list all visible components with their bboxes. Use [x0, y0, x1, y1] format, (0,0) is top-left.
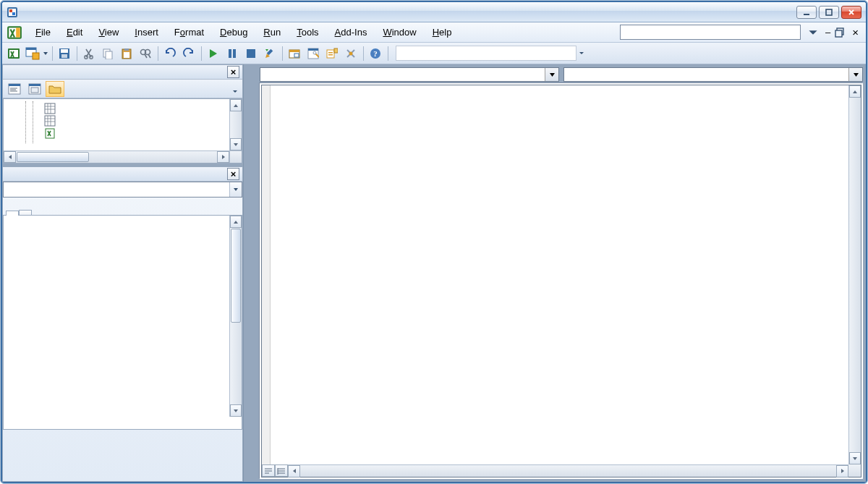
redo-icon[interactable]: [180, 45, 197, 62]
editor-vscrollbar[interactable]: [848, 85, 861, 464]
svg-text:?: ?: [373, 49, 378, 58]
svg-rect-29: [233, 49, 236, 58]
tree-hscrollbar[interactable]: [4, 150, 229, 163]
find-icon[interactable]: [137, 45, 154, 62]
line-col-indicator: [396, 46, 576, 61]
minimize-button[interactable]: [796, 6, 817, 19]
menu-help[interactable]: Help: [425, 25, 459, 40]
properties-tabs: [3, 200, 242, 216]
pane-toolbar-overflow-icon[interactable]: [230, 81, 240, 97]
help-dropdown-icon[interactable]: [808, 27, 818, 38]
tab-categorized[interactable]: [19, 210, 32, 215]
object-combo[interactable]: [260, 67, 559, 82]
dropdown-icon[interactable]: [848, 68, 862, 81]
worksheet-icon: [44, 115, 56, 127]
svg-rect-51: [45, 116, 55, 126]
tree-item[interactable]: [44, 102, 226, 114]
dropdown-icon[interactable]: [43, 47, 48, 60]
svg-rect-2: [9, 9, 12, 12]
svg-rect-5: [826, 9, 832, 15]
code-text[interactable]: [271, 85, 848, 464]
svg-rect-30: [247, 49, 255, 58]
project-explorer-icon[interactable]: [286, 45, 303, 62]
menu-tools[interactable]: Tools: [289, 25, 326, 40]
copy-icon[interactable]: [99, 45, 116, 62]
project-tree[interactable]: [3, 98, 242, 164]
svg-rect-46: [9, 84, 20, 86]
toolbar-overflow-icon[interactable]: [578, 45, 585, 62]
title-bar: [2, 2, 866, 22]
app-icon: [7, 7, 18, 18]
procedure-view-icon[interactable]: [262, 464, 275, 477]
help-search-input[interactable]: [620, 25, 801, 40]
break-icon[interactable]: [224, 45, 241, 62]
editor-hscrollbar[interactable]: [262, 464, 848, 477]
object-selector-combo[interactable]: [3, 182, 242, 198]
properties-window-icon[interactable]: [305, 45, 322, 62]
paste-icon[interactable]: [118, 45, 135, 62]
mdi-minimize-button[interactable]: –: [822, 27, 833, 38]
properties-grid[interactable]: [3, 216, 242, 430]
svg-rect-10: [835, 30, 842, 37]
mdi-close-button[interactable]: ×: [852, 26, 859, 38]
help-icon[interactable]: ?: [367, 45, 384, 62]
undo-icon[interactable]: [161, 45, 179, 62]
mdi-restore-button[interactable]: [835, 27, 845, 38]
full-module-view-icon[interactable]: [275, 464, 288, 477]
tree-item[interactable]: [44, 127, 226, 139]
menu-debug[interactable]: Debug: [213, 25, 255, 40]
tree-item[interactable]: [44, 114, 226, 127]
svg-rect-14: [26, 48, 36, 50]
menu-file[interactable]: File: [28, 25, 58, 40]
menu-view[interactable]: View: [91, 25, 126, 40]
menu-window[interactable]: Window: [375, 25, 423, 40]
project-pane-close-button[interactable]: ×: [227, 66, 239, 78]
toolbox-icon[interactable]: [342, 45, 359, 62]
svg-point-37: [313, 51, 316, 54]
view-object-icon[interactable]: [25, 81, 44, 97]
svg-rect-41: [328, 54, 333, 56]
worksheet-icon: [44, 103, 56, 114]
code-editor[interactable]: [261, 85, 861, 477]
svg-rect-48: [29, 84, 41, 86]
tree-vscrollbar[interactable]: [229, 99, 242, 150]
view-excel-icon[interactable]: [5, 45, 22, 62]
excel-icon[interactable]: [7, 25, 22, 41]
svg-rect-28: [229, 49, 231, 58]
properties-pane: ×: [2, 166, 243, 482]
svg-rect-49: [31, 88, 38, 93]
menu-format[interactable]: Format: [167, 25, 211, 40]
menu-run[interactable]: Run: [256, 25, 288, 40]
menu-edit[interactable]: Edit: [59, 25, 90, 40]
svg-rect-40: [328, 52, 333, 54]
svg-rect-52: [46, 129, 54, 138]
save-icon[interactable]: [56, 45, 73, 62]
cut-icon[interactable]: [80, 45, 98, 62]
menu-insert[interactable]: Insert: [127, 25, 166, 40]
svg-rect-50: [45, 103, 55, 114]
dropdown-icon[interactable]: [229, 182, 242, 197]
main-toolbar: ?: [2, 43, 866, 64]
insert-userform-icon[interactable]: [24, 45, 41, 62]
object-browser-icon[interactable]: [323, 45, 341, 62]
tab-alphabetic[interactable]: [6, 211, 19, 216]
svg-point-42: [349, 51, 353, 55]
close-button[interactable]: [841, 6, 861, 19]
properties-pane-close-button[interactable]: ×: [227, 168, 239, 180]
view-code-icon[interactable]: [5, 81, 24, 97]
design-mode-icon[interactable]: [261, 45, 278, 62]
properties-vscrollbar[interactable]: [229, 216, 242, 417]
svg-rect-8: [16, 27, 20, 37]
reset-icon[interactable]: [242, 45, 260, 62]
dropdown-icon[interactable]: [545, 68, 558, 81]
workbook-icon: [44, 127, 56, 139]
procedure-combo[interactable]: [563, 67, 863, 82]
svg-rect-24: [124, 48, 129, 51]
svg-rect-22: [106, 51, 112, 59]
toggle-folders-icon[interactable]: [46, 81, 64, 97]
menu-bar: File Edit View Insert Format Debug Run T…: [2, 22, 866, 43]
run-icon[interactable]: [205, 45, 222, 62]
svg-rect-15: [33, 53, 39, 59]
maximize-button[interactable]: [819, 6, 839, 19]
menu-addins[interactable]: Add-Ins: [328, 25, 375, 40]
